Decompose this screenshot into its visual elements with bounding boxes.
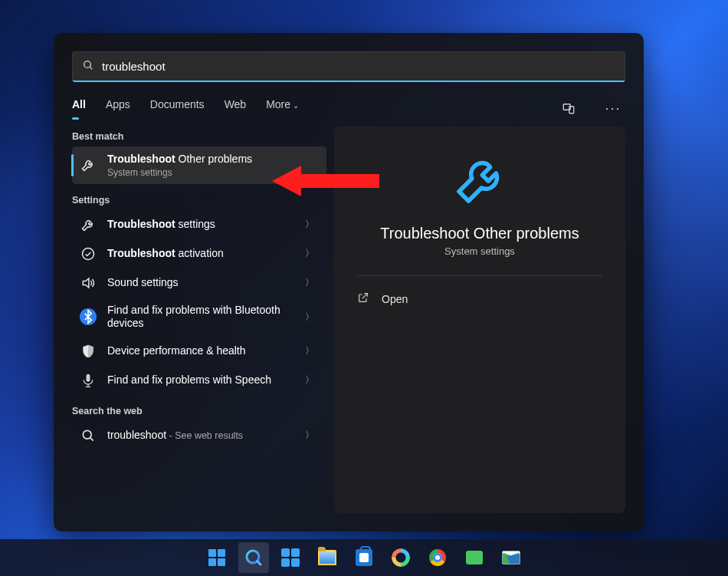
search-icon xyxy=(82,59,94,74)
wrench-icon xyxy=(452,153,507,208)
group-settings: Settings xyxy=(72,195,326,206)
taskbar-chat[interactable] xyxy=(459,542,490,573)
divider xyxy=(357,275,602,276)
taskbar-file-explorer[interactable] xyxy=(312,542,343,573)
group-best-match: Best match xyxy=(72,131,326,142)
tab-all[interactable]: All xyxy=(72,98,86,118)
wrench-icon xyxy=(80,156,97,173)
start-search-panel: All Apps Documents Web More⌄ ··· Best ma… xyxy=(54,33,644,532)
chevron-right-icon: 〉 xyxy=(303,374,316,387)
taskbar xyxy=(0,539,728,576)
result-best-match[interactable]: Troubleshoot Other problems System setti… xyxy=(72,146,326,184)
open-external-icon xyxy=(357,291,369,306)
bluetooth-icon xyxy=(80,308,97,325)
detail-pane: Troubleshoot Other problems System setti… xyxy=(334,127,625,513)
detail-title: Troubleshoot Other problems xyxy=(380,225,579,242)
volume-icon xyxy=(80,275,97,291)
filter-tabs: All Apps Documents Web More⌄ ··· xyxy=(54,82,644,120)
search-row xyxy=(54,33,644,82)
result-speech-troubleshooter[interactable]: Find and fix problems with Speech 〉 xyxy=(72,366,326,395)
search-icon xyxy=(80,427,97,444)
tab-web[interactable]: Web xyxy=(225,98,247,118)
result-troubleshoot-activation[interactable]: Troubleshoot activation 〉 xyxy=(72,239,326,268)
microphone-icon xyxy=(80,372,97,389)
shield-icon xyxy=(80,343,97,360)
tab-documents[interactable]: Documents xyxy=(150,98,205,118)
svg-line-10 xyxy=(257,561,261,565)
wrench-icon xyxy=(80,216,97,233)
taskbar-search[interactable] xyxy=(238,542,269,573)
tab-apps[interactable]: Apps xyxy=(106,98,130,118)
chevron-right-icon: 〉 xyxy=(303,311,316,324)
taskbar-widgets[interactable] xyxy=(275,542,306,573)
svg-line-1 xyxy=(90,67,92,69)
more-options-button[interactable]: ··· xyxy=(601,96,625,120)
result-web-search[interactable]: troubleshoot - See web results 〉 xyxy=(72,421,326,450)
chevron-right-icon: 〉 xyxy=(303,247,316,260)
taskbar-microsoft-store[interactable] xyxy=(349,542,379,573)
taskbar-copilot[interactable] xyxy=(385,542,416,573)
tab-more[interactable]: More⌄ xyxy=(266,98,299,118)
chevron-right-icon: 〉 xyxy=(303,276,316,289)
svg-point-4 xyxy=(83,248,94,259)
taskbar-chrome[interactable] xyxy=(422,542,453,573)
result-sound-settings[interactable]: Sound settings 〉 xyxy=(72,268,326,298)
chevron-right-icon: 〉 xyxy=(303,429,316,442)
detail-subtitle: System settings xyxy=(444,245,515,257)
chevron-right-icon: 〉 xyxy=(303,218,316,231)
results-column: Best match Troubleshoot Other problems S… xyxy=(72,127,326,513)
svg-point-6 xyxy=(83,430,91,439)
check-circle-icon xyxy=(80,245,97,262)
group-search-web: Search the web xyxy=(72,406,326,416)
open-label: Open xyxy=(382,293,408,305)
svg-line-7 xyxy=(90,437,93,440)
taskbar-photos[interactable] xyxy=(496,542,526,573)
svg-rect-5 xyxy=(87,374,90,381)
result-device-health[interactable]: Device performance & health 〉 xyxy=(72,337,326,366)
result-bluetooth-troubleshooter[interactable]: Find and fix problems with Bluetooth dev… xyxy=(72,298,326,337)
taskbar-start[interactable] xyxy=(202,542,232,573)
svg-point-0 xyxy=(84,61,91,67)
search-box[interactable] xyxy=(72,51,625,82)
open-action[interactable]: Open xyxy=(357,287,602,311)
result-troubleshoot-settings[interactable]: Troubleshoot settings 〉 xyxy=(72,210,326,239)
chevron-down-icon: ⌄ xyxy=(293,101,299,110)
linked-devices-button[interactable] xyxy=(556,96,581,120)
search-input[interactable] xyxy=(102,60,615,73)
chevron-right-icon: 〉 xyxy=(303,344,316,357)
